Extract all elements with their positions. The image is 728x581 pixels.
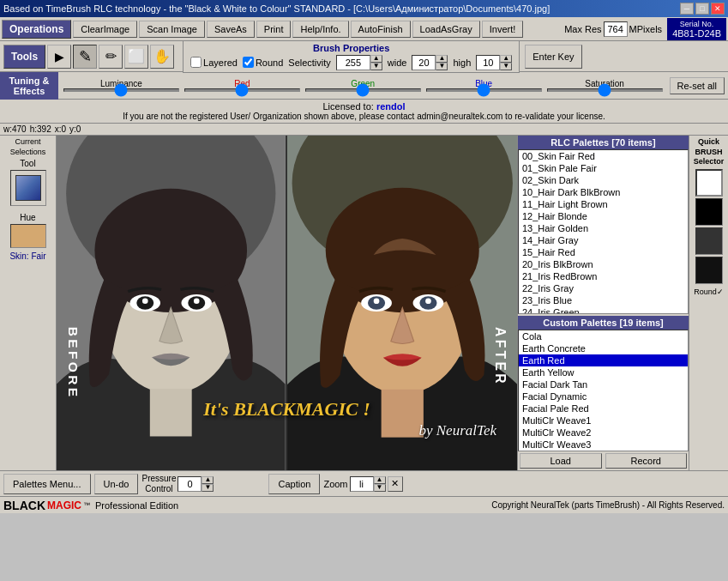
- selectivity-down[interactable]: ▼: [370, 63, 382, 70]
- sliders-area: Luminance Red Green Blue Saturation Re-s…: [58, 77, 728, 94]
- blue-slider[interactable]: [426, 88, 542, 92]
- auto-finish-button[interactable]: AutoFinish: [351, 21, 411, 38]
- tuning-label: Tuning &Effects: [0, 72, 58, 100]
- wide-stepper-btns: ▲ ▼: [436, 55, 448, 70]
- saturation-slider[interactable]: [547, 88, 663, 92]
- custom-palette-list[interactable]: ColaEarth ConcreteEarth RedEarth YellowF…: [518, 330, 689, 451]
- svg-point-19: [373, 298, 379, 304]
- invert-button[interactable]: Invert!: [482, 21, 524, 38]
- zoom-input[interactable]: [350, 476, 374, 492]
- custom-palette-item[interactable]: Cola: [519, 330, 688, 342]
- tool-eraser[interactable]: ⬜: [124, 45, 148, 69]
- tool-hand[interactable]: ✋: [150, 45, 174, 69]
- licensed-user: rendol: [376, 101, 406, 112]
- wide-input[interactable]: [412, 55, 436, 70]
- qb-swatch-2[interactable]: [695, 198, 723, 226]
- svg-text:AFTER: AFTER: [492, 327, 507, 386]
- tuning-label-text: Tuning &Effects: [9, 76, 50, 96]
- zoom-stepper: ▲ ▼: [350, 476, 386, 492]
- reset-all-button[interactable]: Re-set all: [670, 77, 725, 94]
- svg-rect-4: [150, 389, 192, 437]
- custom-palette-item[interactable]: MultiClr Weave3: [519, 439, 688, 451]
- high-down[interactable]: ▼: [500, 63, 512, 70]
- close-button[interactable]: ✕: [711, 3, 725, 15]
- red-slider[interactable]: [184, 88, 300, 92]
- clear-image-button[interactable]: ClearImage: [73, 21, 137, 38]
- palettes-menu-button[interactable]: Palettes Menu...: [3, 474, 91, 494]
- custom-palette-item[interactable]: Facial Dark Tan: [519, 378, 688, 390]
- coords-bar: w:470 h:392 x:0 y:0: [0, 124, 728, 136]
- print-button[interactable]: Print: [256, 21, 292, 38]
- rlc-palette-item[interactable]: 10_Hair Dark BlkBrown: [519, 186, 688, 198]
- maximize-button[interactable]: □: [695, 3, 709, 15]
- custom-palette-item[interactable]: MultiClr Weave2: [519, 427, 688, 439]
- wide-label: wide: [388, 57, 407, 68]
- custom-palette-item[interactable]: MultiClr Weave1: [519, 415, 688, 427]
- qb-swatch-1[interactable]: [695, 169, 723, 197]
- custom-palette-item[interactable]: Facial Pale Red: [519, 402, 688, 415]
- svg-rect-16: [381, 390, 423, 438]
- luminance-slider[interactable]: [63, 88, 179, 92]
- custom-palette-item[interactable]: Facial Dynamic: [519, 390, 688, 402]
- layered-checkbox[interactable]: [190, 57, 202, 68]
- selectivity-stepper-btns: ▲ ▼: [370, 55, 382, 70]
- title-bar: Based on TimeBrush RLC technology - the …: [0, 0, 728, 17]
- mpixels-label: MPixels: [629, 24, 663, 34]
- operations-menu[interactable]: Operations: [2, 20, 71, 39]
- tool-brush[interactable]: ✎: [73, 45, 97, 69]
- custom-palette-item[interactable]: Earth Concrete: [519, 342, 688, 354]
- rlc-palette-item[interactable]: 21_Iris RedBrown: [519, 270, 688, 282]
- help-info-button[interactable]: Help/Info.: [292, 21, 348, 38]
- tool-arrow[interactable]: ▶: [47, 45, 71, 69]
- luminance-slider-group: Luminance: [62, 79, 181, 92]
- tool-box[interactable]: [10, 170, 46, 206]
- tool-pencil[interactable]: ✏: [99, 45, 123, 69]
- qb-swatch-4[interactable]: [695, 257, 723, 284]
- license-text: Licensed to: rendol: [2, 101, 726, 112]
- zoom-close-button[interactable]: ✕: [388, 476, 403, 492]
- minimize-button[interactable]: ─: [680, 3, 694, 15]
- bw-face-svg: BEFORE: [57, 136, 286, 470]
- pressure-down[interactable]: ▼: [202, 484, 214, 492]
- rlc-palette-item[interactable]: 01_Skin Pale Fair: [519, 162, 688, 174]
- rlc-palette-item[interactable]: 22_Iris Gray: [519, 282, 688, 294]
- save-as-button[interactable]: SaveAs: [207, 21, 255, 38]
- max-res-label: Max Res: [564, 24, 601, 34]
- rlc-palette-item[interactable]: 11_Hair Light Brown: [519, 198, 688, 210]
- rlc-palette-item[interactable]: 14_Hair Gray: [519, 234, 688, 246]
- caption-button[interactable]: Caption: [268, 474, 320, 494]
- brush-properties: Brush Properties Layered Round Selectivi…: [183, 40, 520, 73]
- layered-label: Layered: [203, 57, 238, 68]
- selectivity-input[interactable]: [336, 55, 370, 70]
- green-slider[interactable]: [305, 88, 421, 92]
- round-checkbox-label: Round✓: [694, 287, 724, 296]
- round-checkbox[interactable]: [243, 57, 254, 68]
- scan-image-button[interactable]: Scan Image: [139, 21, 205, 38]
- rlc-palette-item[interactable]: 12_Hair Blonde: [519, 210, 688, 222]
- load-as-gray-button[interactable]: LoadAsGray: [412, 21, 480, 38]
- rlc-palette-list[interactable]: 00_Skin Fair Red01_Skin Pale Fair02_Skin…: [518, 149, 689, 314]
- custom-palette-item[interactable]: Earth Yellow: [519, 366, 688, 378]
- color-face-svg: AFTER: [287, 136, 518, 470]
- enter-key-button[interactable]: Enter Key: [525, 45, 581, 69]
- max-res-input[interactable]: [604, 21, 628, 37]
- rlc-palette-item[interactable]: 20_Iris BlkBrown: [519, 258, 688, 270]
- custom-palette-item[interactable]: Earth Red: [519, 354, 688, 366]
- rlc-palette-item[interactable]: 24_Iris Green: [519, 306, 688, 314]
- pressure-input[interactable]: [177, 476, 202, 492]
- before-photo: BEFORE: [57, 136, 287, 470]
- high-input[interactable]: [476, 55, 500, 70]
- load-button[interactable]: Load: [520, 453, 602, 469]
- rlc-palette-item[interactable]: 23_Iris Blue: [519, 294, 688, 306]
- undo-button[interactable]: Un-do: [94, 474, 139, 494]
- rlc-palette-item[interactable]: 13_Hair Golden: [519, 222, 688, 234]
- red-slider-group: Red: [183, 79, 302, 92]
- zoom-down[interactable]: ▼: [374, 484, 386, 492]
- rlc-palette-item[interactable]: 00_Skin Fair Red: [519, 150, 688, 162]
- record-button[interactable]: Record: [605, 453, 688, 469]
- canvas-area[interactable]: BEFORE: [57, 136, 517, 470]
- rlc-palette-item[interactable]: 15_Hair Red: [519, 246, 688, 258]
- qb-swatch-3[interactable]: [695, 227, 723, 255]
- rlc-palette-item[interactable]: 02_Skin Dark: [519, 174, 688, 186]
- wide-down[interactable]: ▼: [436, 63, 448, 70]
